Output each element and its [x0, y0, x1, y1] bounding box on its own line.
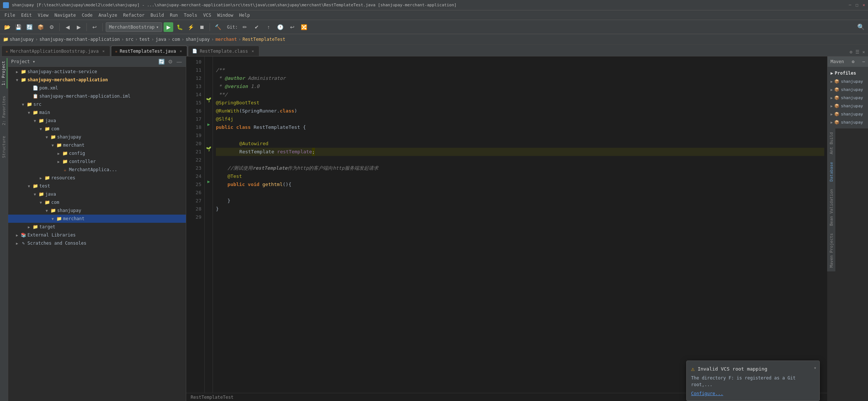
open-file-btn[interactable]: 📂	[2, 22, 12, 32]
revert-btn[interactable]: ↩	[90, 22, 99, 32]
tree-item-test[interactable]: ▼ 📁 test	[8, 182, 186, 190]
build-btn[interactable]: 🔨	[213, 22, 223, 32]
ant-build-tab[interactable]: Ant Build	[828, 128, 835, 158]
menu-run[interactable]: Run	[167, 12, 181, 19]
global-search-btn[interactable]: 🔍	[856, 22, 866, 32]
bc-com[interactable]: com	[172, 37, 180, 42]
close-btn[interactable]: ✕	[862, 3, 865, 7]
maximize-btn[interactable]: □	[856, 3, 858, 7]
tab-close-restclass[interactable]: ✕	[250, 49, 255, 54]
tree-item-external[interactable]: ▶ 📚 External Libraries	[8, 231, 186, 239]
maven-item-1[interactable]: ▶ 📦 shanjupay	[829, 77, 867, 85]
tree-item-java-main[interactable]: ▼ 📁 java	[8, 117, 186, 125]
notif-expand-btn[interactable]: ▾	[814, 365, 816, 371]
database-tab[interactable]: Database	[828, 158, 835, 185]
menu-view[interactable]: View	[35, 12, 52, 19]
back-btn[interactable]: ◀	[63, 22, 72, 32]
maven-item-6[interactable]: ▶ 📦 shanjupay	[829, 118, 867, 126]
gutter-run-class[interactable]: ▶	[205, 122, 213, 130]
tree-item-src[interactable]: ▼ 📁 src	[8, 100, 186, 108]
tab-close-all-btn[interactable]: ✕	[861, 48, 867, 56]
tree-item-merchant-app[interactable]: ▼ 📁 shanjupay-merchant-application	[8, 76, 186, 84]
tree-item-merchant-main[interactable]: ▼ 📁 merchant	[8, 141, 186, 149]
git-check-btn[interactable]: ✔	[252, 22, 262, 32]
bc-merchant[interactable]: merchant	[216, 37, 237, 42]
project-structure-btn[interactable]: 📦	[36, 22, 45, 32]
menu-window[interactable]: Window	[214, 12, 236, 19]
maven-settings-btn[interactable]: ⚙	[852, 59, 854, 64]
tree-item-com-main[interactable]: ▼ 📁 com	[8, 125, 186, 133]
tab-restclass[interactable]: 📄 RestTemplate.class ✕	[188, 46, 259, 56]
minimize-btn[interactable]: ─	[849, 3, 851, 7]
menu-vcs[interactable]: VCS	[200, 12, 214, 19]
tab-merchantbootstrap[interactable]: ☕ MerchantApplicationBootstrap.java ✕	[1, 46, 110, 56]
git-merge-btn[interactable]: 🔀	[299, 22, 309, 32]
tree-item-resources[interactable]: ▶ 📁 resources	[8, 174, 186, 182]
tree-item-pom[interactable]: 📄 pom.xml	[8, 84, 186, 92]
maven-item-4[interactable]: ▶ 📦 shanjupay	[829, 102, 867, 110]
tab-settings-btn[interactable]: ⚙	[848, 48, 854, 56]
run-btn[interactable]: ▶	[164, 22, 173, 32]
maven-projects-tab[interactable]: Maven Projects	[828, 229, 835, 271]
tree-item-merchant-test[interactable]: ▼ 📁 merchant	[8, 215, 186, 223]
maven-item-3[interactable]: ▶ 📦 shanjupay	[829, 94, 867, 102]
tree-item-main[interactable]: ▼ 📁 main	[8, 108, 186, 117]
sync-btn[interactable]: 🔄	[24, 22, 34, 32]
maven-collapse-btn[interactable]: —	[862, 59, 865, 64]
bc-java[interactable]: java	[155, 37, 166, 42]
maven-item-2[interactable]: ▶ 📦 shanjupay	[829, 85, 867, 94]
tree-item-scratches[interactable]: ▶ ✎ Scratches and Consoles	[8, 239, 186, 247]
gutter-springboottest[interactable]: 🌱	[205, 97, 213, 105]
tab-collapse-btn[interactable]: ☰	[854, 48, 861, 56]
menu-tools[interactable]: Tools	[181, 12, 200, 19]
code-editor[interactable]: /** * @author Administrator * @version 1…	[213, 56, 827, 393]
gutter-autowired[interactable]: 🌱	[205, 146, 213, 154]
tab-resttemplate[interactable]: ☕ RestTemplateTest.java ✕	[111, 46, 187, 56]
settings-btn[interactable]: ⚙	[47, 22, 56, 32]
bc-test[interactable]: test	[139, 37, 150, 42]
bean-validation-tab[interactable]: Bean Validation	[828, 185, 835, 229]
git-history-btn[interactable]: 🕐	[276, 22, 285, 32]
tree-item-shanjupay-test[interactable]: ▼ 📁 shanjupay	[8, 206, 186, 215]
menu-refactor[interactable]: Refactor	[120, 12, 148, 19]
tree-item-java-test[interactable]: ▼ 📁 java	[8, 190, 186, 198]
bc-src[interactable]: src	[125, 37, 134, 42]
stop-btn[interactable]: ⏹	[197, 22, 207, 32]
tree-item-com-test[interactable]: ▼ 📁 com	[8, 198, 186, 206]
git-revert-btn[interactable]: ↩	[287, 22, 297, 32]
maven-item-5[interactable]: ▶ 📦 shanjupay	[829, 110, 867, 118]
favorites-tab[interactable]: 2: Favorites	[1, 93, 7, 128]
tree-item-shanjupay-main[interactable]: ▼ 📁 shanjupay	[8, 133, 186, 141]
bc-resttemplate[interactable]: RestTemplateTest	[243, 37, 286, 42]
menu-edit[interactable]: Edit	[18, 12, 35, 19]
debug-btn[interactable]: 🐛	[175, 22, 184, 32]
bc-shanjupay2[interactable]: shanjupay	[185, 37, 210, 42]
bc-shanjupay[interactable]: 📁 shanjupay	[3, 37, 34, 42]
tree-item-iml[interactable]: 📋 shanjupay-merchant-application.iml	[8, 92, 186, 100]
menu-analyze[interactable]: Analyze	[95, 12, 120, 19]
tree-item-controller[interactable]: ▶ 📁 controller	[8, 157, 186, 166]
panel-settings-btn[interactable]: ⚙	[167, 58, 174, 65]
coverage-btn[interactable]: ⚡	[186, 22, 195, 32]
notif-configure-link[interactable]: Configure...	[691, 391, 723, 396]
menu-navigate[interactable]: Navigate	[52, 12, 79, 19]
forward-btn[interactable]: ▶	[74, 22, 83, 32]
panel-collapse-btn[interactable]: —	[175, 58, 183, 65]
menu-code[interactable]: Code	[79, 12, 96, 19]
git-push-btn[interactable]: ↑	[264, 22, 273, 32]
project-tab[interactable]: 1: Project	[0, 58, 7, 88]
tree-item-target[interactable]: ▶ 📁 target	[8, 223, 186, 231]
git-commit-btn[interactable]: ✏	[240, 22, 250, 32]
menu-help[interactable]: Help	[236, 12, 253, 19]
menu-build[interactable]: Build	[148, 12, 167, 19]
tab-close-resttemplate[interactable]: ✕	[178, 49, 183, 54]
run-config-dropdown[interactable]: MerchantBootstrap ▾	[106, 22, 162, 32]
bc-merchant-app[interactable]: shanjupay-merchant-application	[39, 37, 120, 42]
tree-item-merchantapplica[interactable]: ☕ MerchantApplica...	[8, 166, 186, 174]
gutter-run-method[interactable]: ▶	[205, 179, 213, 187]
panel-sync-btn[interactable]: 🔄	[158, 58, 165, 65]
structure-tab[interactable]: Structure	[1, 133, 7, 161]
menu-file[interactable]: File	[1, 12, 18, 19]
tree-item-activate[interactable]: ▶ 📁 shanjupay-activate-service	[8, 68, 186, 76]
tab-close-merchantbootstrap[interactable]: ✕	[101, 49, 106, 54]
